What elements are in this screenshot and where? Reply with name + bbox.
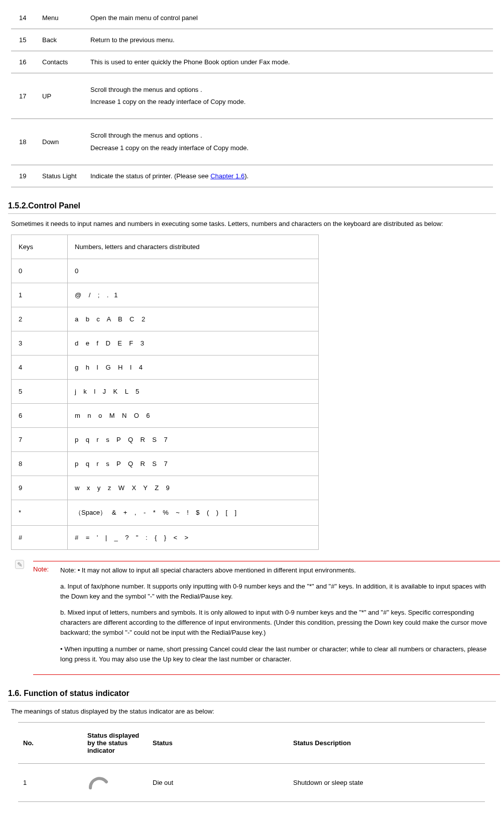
key-cell: 2 <box>12 307 68 331</box>
table-row: 14MenuOpen the main menu of control pane… <box>11 7 493 29</box>
row-desc-line: Scroll through the menus and options . <box>90 85 489 94</box>
keypad-characters-table: Keys Numbers, letters and characters dis… <box>11 235 319 550</box>
table-row: 1Die outShutdown or sleep state <box>18 763 485 801</box>
chars-cell: j k l J K L 5 <box>68 379 319 403</box>
table-row: 16ContactsThis is used to enter quickly … <box>11 51 493 73</box>
row-desc: This is used to enter quickly the Phone … <box>86 51 493 73</box>
key-cell: 4 <box>12 355 68 379</box>
key-cell: 7 <box>12 427 68 451</box>
key-cell: 0 <box>12 259 68 283</box>
chars-cell: w x y z W X Y Z 9 <box>68 476 319 500</box>
note-icon: ✎ <box>15 560 24 569</box>
row-name: Contacts <box>38 51 86 73</box>
chars-cell: p q r s P Q R S 7 <box>68 451 319 476</box>
row-desc: Open the main menu of control panel <box>86 7 493 29</box>
table-row: 8p q r s P Q R S 7 <box>12 451 319 476</box>
note-label: Note: <box>33 565 53 670</box>
table-row: 9w x y z W X Y Z 9 <box>12 476 319 500</box>
row-desc-line: Decrease 1 copy on the ready interface o… <box>90 144 489 153</box>
note-top-rule <box>33 561 500 561</box>
table-row: 15BackReturn to the previous menu. <box>11 29 493 51</box>
key-cell: 6 <box>12 403 68 427</box>
row-desc: Scroll through the menus and options .In… <box>86 73 493 119</box>
table-row: 2a b c A B C 2 <box>12 307 319 331</box>
row-no: 18 <box>11 119 38 165</box>
row-name: Status Light <box>38 165 86 187</box>
section-16-intro: The meanings of status displayed by the … <box>11 708 496 715</box>
table-row: 4g h I G H I 4 <box>12 355 319 379</box>
row-no: 14 <box>11 7 38 29</box>
table-row: *（Space） & + , - * % ~ ! $ ( ) [ ] <box>12 500 319 525</box>
note-bottom-rule <box>33 674 500 675</box>
row-no: 19 <box>11 165 38 187</box>
chars-cell: （Space） & + , - * % ~ ! $ ( ) [ ] <box>68 500 319 525</box>
section-divider <box>8 213 496 214</box>
chars-cell: d e f D E F 3 <box>68 331 319 355</box>
table-row: 7p q r s P Q R S 7 <box>12 427 319 451</box>
chapter-link[interactable]: Chapter 1.6 <box>210 172 244 180</box>
row-desc: Indicate the status of printer. (Please … <box>86 165 493 187</box>
note-p3: b. Mixed input of letters, numbers and s… <box>60 608 496 638</box>
row-no: 15 <box>11 29 38 51</box>
row-name: UP <box>38 73 86 119</box>
row-no: 1 <box>18 763 83 801</box>
note-p1: Note: • It may not allow to input all sp… <box>60 565 496 575</box>
row-name: Menu <box>38 7 86 29</box>
table-row: ## = ' | _ ? " : { } < > <box>12 525 319 549</box>
table-row: 18DownScroll through the menus and optio… <box>11 119 493 165</box>
col-header-no: No. <box>18 722 83 763</box>
row-name: Down <box>38 119 86 165</box>
row-no: 17 <box>11 73 38 119</box>
table-row: 3d e f D E F 3 <box>12 331 319 355</box>
chars-cell: m n o M N O 6 <box>68 403 319 427</box>
status-indicator-table: No. Status displayed by the status indic… <box>18 722 485 802</box>
col-header-desc: Status Description <box>289 722 485 763</box>
note-p4: • When inputting a number or name, short… <box>60 644 496 664</box>
table-row: 6m n o M N O 6 <box>12 403 319 427</box>
table-row: 17UPScroll through the menus and options… <box>11 73 493 119</box>
row-no: 16 <box>11 51 38 73</box>
section-152-heading: 1.5.2.Control Panel <box>8 201 496 210</box>
table-row: 5j k l J K L 5 <box>12 379 319 403</box>
row-name: Back <box>38 29 86 51</box>
row-desc-line: Scroll through the menus and options . <box>90 131 489 140</box>
key-cell: 1 <box>12 283 68 307</box>
chars-cell: p q r s P Q R S 7 <box>68 427 319 451</box>
row-status: Die out <box>149 763 289 801</box>
key-cell: 8 <box>12 451 68 476</box>
key-cell: # <box>12 525 68 549</box>
section-16-heading: 1.6. Function of status indicator <box>8 689 496 698</box>
col-header-chars: Numbers, letters and characters distribu… <box>68 235 319 259</box>
section-152-intro: Sometimes it needs to input names and nu… <box>11 220 496 227</box>
control-panel-keys-table: 14MenuOpen the main menu of control pane… <box>11 7 493 187</box>
note-block: ✎ Note: Note: • It may not allow to inpu… <box>33 561 496 675</box>
row-indicator-icon <box>83 763 149 801</box>
table-row: 1@ / ; . 1 <box>12 283 319 307</box>
note-p2: a. Input of fax/phone number. It support… <box>60 581 496 602</box>
key-cell: * <box>12 500 68 525</box>
col-header-status: Status <box>149 722 289 763</box>
row-desc: Return to the previous menu. <box>86 29 493 51</box>
chars-cell: 0 <box>68 259 319 283</box>
row-desc: Scroll through the menus and options .De… <box>86 119 493 165</box>
arc-icon <box>87 773 109 791</box>
col-header-keys: Keys <box>12 235 68 259</box>
key-cell: 5 <box>12 379 68 403</box>
row-desc: Shutdown or sleep state <box>289 763 485 801</box>
chars-cell: a b c A B C 2 <box>68 307 319 331</box>
chars-cell: g h I G H I 4 <box>68 355 319 379</box>
row-desc-line: Increase 1 copy on the ready interface o… <box>90 97 489 106</box>
key-cell: 9 <box>12 476 68 500</box>
chars-cell: @ / ; . 1 <box>68 283 319 307</box>
chars-cell: # = ' | _ ? " : { } < > <box>68 525 319 549</box>
table-row: 19Status LightIndicate the status of pri… <box>11 165 493 187</box>
note-body: Note: • It may not allow to input all sp… <box>60 565 496 670</box>
table-row: 00 <box>12 259 319 283</box>
col-header-indicator: Status displayed by the status indicator <box>83 722 149 763</box>
key-cell: 3 <box>12 331 68 355</box>
section-divider <box>8 701 496 702</box>
